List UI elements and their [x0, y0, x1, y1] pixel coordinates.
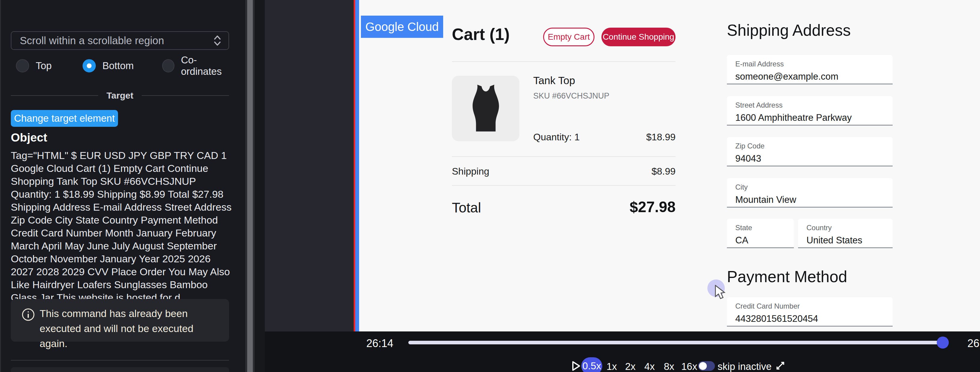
zip-field[interactable]: Zip Code 94043	[727, 137, 892, 166]
app-window: Scroll within a scrollable region Top Bo…	[0, 0, 980, 372]
empty-cart-button[interactable]: Empty Cart	[543, 28, 595, 46]
sidebar-next-section-edge	[11, 367, 229, 372]
total-value: $27.98	[630, 198, 676, 216]
shipping-value: $8.99	[652, 166, 676, 177]
product-quantity: Quantity: 1	[533, 132, 580, 143]
country-field-value: United States	[807, 235, 892, 246]
object-description: Tag="HTML" $ EUR USD JPY GBP TRY CAD 1 G…	[11, 149, 233, 304]
email-field[interactable]: E-mail Address someone@example.com	[727, 55, 892, 85]
scroll-position-radio-group: Top Bottom Co-ordinates	[11, 58, 233, 74]
object-heading: Object	[11, 131, 47, 144]
continue-shopping-button[interactable]: Continue Shopping	[601, 28, 676, 46]
credit-card-field-label: Credit Card Number	[735, 302, 892, 310]
change-target-button[interactable]: Change target element	[11, 110, 118, 127]
target-element-highlight	[355, 0, 359, 331]
total-label: Total	[452, 200, 481, 216]
state-field[interactable]: State CA	[727, 219, 794, 248]
radio-top[interactable]: Top	[16, 58, 52, 74]
radio-bottom-label: Bottom	[102, 60, 134, 72]
speed-chip-4x[interactable]: 4x	[644, 361, 655, 372]
product-image	[452, 76, 519, 141]
current-time: 26:14	[366, 337, 393, 350]
timeline-slider-handle[interactable]	[937, 337, 949, 348]
cart-divider	[452, 156, 676, 157]
replay-player-bar: 26:14 26:1 0.5x 1x 2x 4x 8x 16x skip ina…	[265, 331, 980, 372]
city-field-label: City	[735, 183, 892, 192]
shipping-address-heading: Shipping Address	[727, 21, 851, 39]
street-field-value: 1600 Amphitheatre Parkway	[735, 112, 892, 123]
shipping-label: Shipping	[452, 166, 489, 177]
street-field[interactable]: Street Address 1600 Amphitheatre Parkway	[727, 96, 892, 126]
zip-field-label: Zip Code	[735, 142, 892, 150]
zip-field-value: 94043	[735, 153, 892, 164]
country-field[interactable]: Country United States	[798, 219, 892, 248]
radio-top-label: Top	[36, 60, 52, 72]
sidebar-bottom-divider	[11, 360, 229, 361]
street-field-label: Street Address	[735, 101, 892, 109]
state-field-label: State	[735, 224, 794, 232]
replay-webpage: Google Cloud Cart (1) Empty Cart Continu…	[359, 0, 980, 331]
radio-coordinates-label: Co-ordinates	[181, 54, 233, 77]
radio-coordinates-dot	[162, 59, 175, 72]
product-name: Tank Top	[533, 75, 575, 86]
speed-chip-8x[interactable]: 8x	[664, 361, 675, 372]
cart-divider	[452, 185, 676, 186]
email-field-value: someone@example.com	[735, 71, 892, 82]
info-banner: This command has already been executed a…	[11, 299, 229, 342]
product-price: $18.99	[646, 132, 676, 143]
skip-inactive-label: skip inactive	[718, 361, 772, 372]
command-type-value: Scroll within a scrollable region	[20, 35, 213, 46]
sidebar-scrollbar-gutter	[245, 0, 265, 372]
divider-line	[142, 95, 229, 96]
cart-divider	[452, 61, 676, 62]
brand-badge: Google Cloud	[361, 16, 443, 38]
credit-card-field[interactable]: Credit Card Number 4432801561520454	[727, 297, 892, 327]
state-field-value: CA	[735, 235, 794, 246]
country-field-label: Country	[807, 224, 892, 232]
target-section-divider: Target	[11, 90, 229, 101]
payment-method-heading: Payment Method	[727, 267, 847, 286]
command-type-select[interactable]: Scroll within a scrollable region	[11, 31, 229, 50]
radio-bottom-dot	[83, 59, 96, 72]
city-field[interactable]: City Mountain View	[727, 178, 892, 208]
info-banner-text: This command has already been executed a…	[40, 306, 214, 351]
end-time: 26:1	[967, 337, 980, 350]
scrollbar-thumb[interactable]	[247, 0, 253, 372]
skip-inactive-toggle[interactable]	[698, 361, 715, 371]
gutter-line	[253, 0, 255, 372]
expand-icon[interactable]	[775, 360, 786, 371]
command-sidebar: Scroll within a scrollable region Top Bo…	[0, 0, 246, 372]
play-icon[interactable]	[570, 360, 582, 372]
radio-top-dot	[16, 59, 29, 72]
speed-chip-2x[interactable]: 2x	[625, 361, 636, 372]
toggle-knob	[699, 362, 707, 370]
divider-line	[11, 95, 98, 96]
product-sku: SKU #66VCHSJNUP	[533, 91, 609, 101]
gutter-line	[245, 0, 247, 372]
info-icon	[22, 308, 35, 321]
target-section-label: Target	[107, 91, 133, 101]
tank-top-image	[463, 83, 508, 134]
speed-chip-1x[interactable]: 1x	[606, 361, 617, 372]
radio-coordinates[interactable]: Co-ordinates	[162, 58, 233, 74]
timeline-slider[interactable]	[408, 341, 946, 344]
radio-bottom[interactable]: Bottom	[83, 58, 134, 74]
speed-chip-0-5x[interactable]: 0.5x	[581, 357, 602, 372]
city-field-value: Mountain View	[735, 195, 892, 205]
chevron-updown-icon	[213, 35, 221, 46]
cart-title: Cart (1)	[452, 25, 510, 44]
cursor-icon	[714, 285, 729, 301]
credit-card-field-value: 4432801561520454	[735, 313, 892, 324]
speed-chip-16x[interactable]: 16x	[681, 361, 697, 372]
email-field-label: E-mail Address	[735, 60, 892, 68]
